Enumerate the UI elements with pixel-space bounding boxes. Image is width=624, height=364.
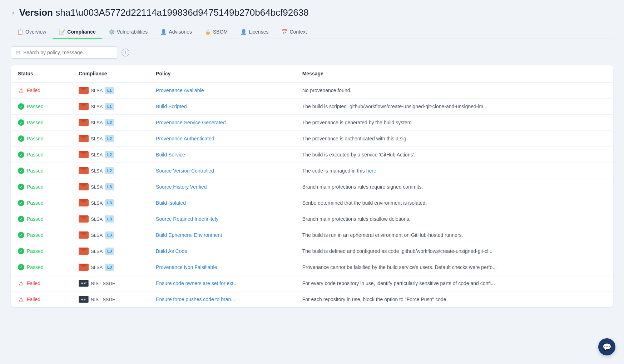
- policy-cell[interactable]: Provenance Service Generated: [149, 115, 295, 131]
- search-input-wrap[interactable]: ⊟: [11, 46, 118, 59]
- tab-compliance[interactable]: 📝Compliance: [53, 25, 102, 39]
- level-badge: L3: [105, 264, 114, 271]
- policy-link[interactable]: Build Isolated: [156, 200, 186, 206]
- tab-context[interactable]: 📅Context: [275, 25, 313, 39]
- level-badge: L1: [105, 103, 114, 110]
- compliance-cell: SLSA L2: [71, 163, 149, 179]
- compliance-name: SLSA: [91, 233, 103, 238]
- tab-overview[interactable]: 📋Overview: [11, 25, 53, 39]
- tab-sbom[interactable]: 🔒SBOM: [198, 25, 234, 39]
- tab-icon-compliance: 📝: [59, 29, 65, 35]
- pass-icon: ✓: [18, 135, 24, 142]
- compliance-cell: SLSA L3: [71, 259, 149, 275]
- compliance-cell: SLSA L2: [71, 131, 149, 147]
- policy-cell[interactable]: Ensure force pushes code to bran...: [149, 291, 295, 308]
- pass-icon: ✓: [18, 103, 24, 110]
- policy-cell[interactable]: Build Ephemeral Environment: [149, 227, 295, 243]
- compliance-name: SLSA: [91, 120, 103, 125]
- tab-advisories[interactable]: 👤Advisories: [154, 25, 198, 39]
- policy-link[interactable]: Build As Code: [156, 248, 187, 254]
- pass-icon: ✓: [18, 184, 24, 190]
- policy-link[interactable]: Source Version Controlled: [156, 168, 214, 174]
- policy-link[interactable]: Provenance Service Generated: [156, 120, 226, 125]
- slsa-icon: [79, 135, 89, 142]
- policy-cell[interactable]: Provenance Authenticated: [149, 131, 295, 147]
- status-cell: ⚠Failed: [11, 291, 71, 308]
- policy-link[interactable]: Build Service: [156, 152, 185, 158]
- message-cell: For each repository in use, block the op…: [295, 291, 613, 308]
- pass-icon: ✓: [18, 248, 24, 254]
- table-row: ✓Passed SLSA L2 Build ServiceThe build i…: [11, 147, 613, 163]
- policy-link[interactable]: Provenance Available: [156, 88, 204, 93]
- pass-icon: ✓: [18, 264, 24, 270]
- status-label: Passed: [27, 264, 44, 270]
- policy-cell[interactable]: Provenance Non Falsifiable: [149, 259, 295, 275]
- policy-link[interactable]: Source History Verified: [156, 184, 207, 190]
- policy-cell[interactable]: Build Isolated: [149, 195, 295, 211]
- nist-icon: NIST: [79, 280, 89, 287]
- compliance-cell: SLSA L3: [71, 179, 149, 195]
- search-input[interactable]: [23, 50, 113, 55]
- chat-button[interactable]: 💬: [598, 338, 615, 355]
- level-badge: L1: [105, 87, 114, 94]
- tab-label-overview: Overview: [25, 29, 46, 35]
- slsa-icon: [79, 248, 89, 255]
- tab-label-context: Context: [289, 29, 307, 35]
- table-row: ✓Passed SLSA L3 Source History VerifiedB…: [11, 179, 613, 195]
- status-label: Passed: [27, 200, 44, 206]
- policy-link[interactable]: Provenance Authenticated: [156, 136, 214, 141]
- table-wrap: StatusCompliancePolicyMessage ⚠Failed SL…: [11, 65, 613, 307]
- policy-link[interactable]: Ensure force pushes code to bran...: [156, 296, 235, 302]
- policy-link[interactable]: Build Scripted: [156, 104, 187, 109]
- level-badge: L2: [105, 167, 114, 174]
- compliance-name: SLSA: [91, 168, 103, 174]
- policy-cell[interactable]: Provenance Available: [149, 83, 295, 99]
- policy-link[interactable]: Source Retained Indefinitely: [156, 216, 218, 222]
- message-cell: The build is defined and configured as c…: [295, 243, 613, 259]
- back-button[interactable]: ‹: [11, 8, 16, 18]
- compliance-name: SLSA: [91, 200, 103, 206]
- col-header-compliance: Compliance: [71, 65, 149, 83]
- tab-icon-advisories: 👤: [160, 29, 167, 35]
- info-icon[interactable]: i: [122, 49, 129, 56]
- message-text: The provenance is authenticated with thi…: [302, 136, 408, 141]
- policy-link[interactable]: Build Ephemeral Environment: [156, 232, 222, 238]
- message-cell: The build is scripted .github/workflows/…: [295, 99, 613, 115]
- policy-cell[interactable]: Build Service: [149, 147, 295, 163]
- tab-icon-overview: 📋: [17, 29, 23, 35]
- tab-vulnerabilities[interactable]: ⚙️Vulnerabilities: [102, 25, 154, 39]
- search-icon: ⊟: [16, 50, 20, 55]
- message-link[interactable]: here: [366, 168, 376, 174]
- tab-icon-licenses: 👤: [241, 29, 247, 35]
- level-badge: L2: [105, 151, 114, 158]
- message-cell: Branch main protections rules disallow d…: [295, 211, 613, 227]
- level-badge: L2: [105, 135, 114, 142]
- policy-cell[interactable]: Build Scripted: [149, 99, 295, 115]
- status-label: Passed: [27, 216, 44, 222]
- policy-cell[interactable]: Build As Code: [149, 243, 295, 259]
- policy-link[interactable]: Provenance Non Falsifiable: [156, 264, 217, 270]
- tab-label-advisories: Advisories: [169, 29, 192, 35]
- status-label: Passed: [27, 136, 44, 141]
- policy-link[interactable]: Ensure code owners are set for ext...: [156, 280, 238, 286]
- tab-icon-context: 📅: [281, 29, 287, 35]
- policy-cell[interactable]: Source Retained Indefinitely: [149, 211, 295, 227]
- status-cell: ✓Passed: [11, 195, 71, 211]
- policy-cell[interactable]: Ensure code owners are set for ext...: [149, 275, 295, 291]
- policy-cell[interactable]: Source Version Controlled: [149, 163, 295, 179]
- col-header-status: Status: [11, 65, 71, 83]
- pass-icon: ✓: [18, 232, 24, 238]
- policy-cell[interactable]: Source History Verified: [149, 179, 295, 195]
- message-cell: For every code repository in use, identi…: [295, 275, 613, 291]
- message-cell: The code is managed in this here.: [295, 163, 613, 179]
- table-row: ⚠Failed NIST NIST SSDF Ensure force push…: [11, 291, 613, 308]
- slsa-icon: [79, 183, 89, 190]
- status-cell: ✓Passed: [11, 211, 71, 227]
- compliance-name: SLSA: [91, 265, 103, 270]
- compliance-cell: SLSA L3: [71, 243, 149, 259]
- tab-licenses[interactable]: 👤Licenses: [234, 25, 275, 39]
- tab-label-sbom: SBOM: [213, 29, 228, 35]
- status-cell: ⚠Failed: [11, 275, 71, 291]
- pass-icon: ✓: [18, 216, 24, 222]
- message-cell: Provenance cannot be falsified by the bu…: [295, 259, 613, 275]
